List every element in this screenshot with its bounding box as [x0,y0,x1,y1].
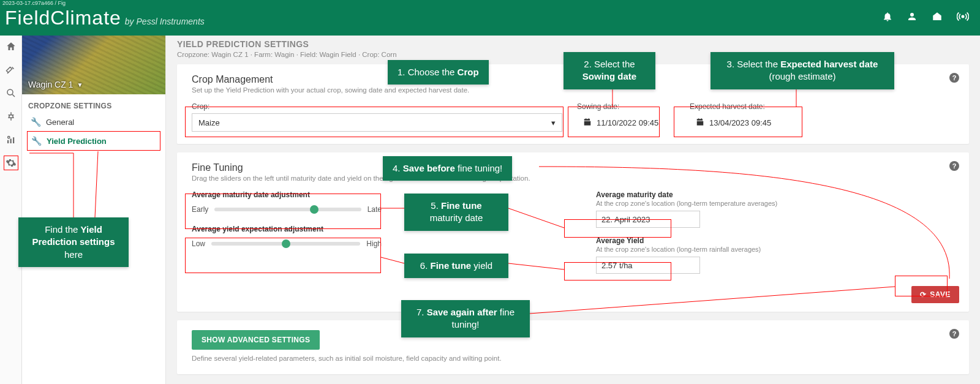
svg-point-0 [962,15,963,17]
crop-value: Maize [198,118,220,127]
save-button[interactable]: ⟳ SAVE [911,286,959,303]
harvest-date-input[interactable]: 13/04/2023 09:45 [690,113,800,132]
sidenav-label: Yield Prediction [47,137,107,146]
gear-icon[interactable] [4,156,18,170]
page-title: YIELD PREDICTION SETTINGS [177,39,969,49]
left-section-title: CROPZONE SETTINGS [22,94,165,113]
adv-desc: Define several yield-related parameters,… [192,355,954,362]
chart-icon[interactable] [4,132,18,147]
crop-select[interactable]: Maize ▾ [192,113,562,132]
build-tag: 2023-03-17.c97a466 / Fig [2,0,66,6]
broadcast-icon[interactable] [957,10,969,26]
sowing-value: 11/10/2022 09:45 [597,118,658,127]
svg-point-1 [7,89,13,95]
help-icon[interactable]: ? [949,161,959,171]
slider2-high: High [366,239,382,248]
calendar-icon [696,118,704,128]
wrench-icon: 🔧 [31,136,42,146]
callout-1: 1. Choose the Crop [388,60,489,85]
callout-7: 7. Save again after fine tuning! [401,300,530,337]
bell-icon[interactable] [882,11,893,25]
top-bar: 2023-03-17.c97a466 / Fig FieldClimate by… [0,0,980,36]
crop-label: Crop: [192,102,562,111]
callout-4: 4. Save before fine tuning! [383,156,512,181]
svg-rect-5 [13,137,14,143]
slider-yield[interactable] [211,242,360,246]
side-nav: 🔧 General 🔧 Yield Prediction [22,113,165,151]
slider2-low: Low [192,239,205,248]
topbar-right [882,10,969,26]
out1-title: Average maturity date [596,190,954,199]
out2-sub: At the crop zone's location (long-term r… [596,246,954,253]
callout-2: 2. Select the Sowing date [564,52,655,89]
home-icon[interactable] [4,39,18,54]
slider1-low: Early [192,205,208,214]
refresh-icon: ⟳ [920,290,927,299]
cropzone-thumbnail[interactable]: Wagin CZ 1 ▼ [22,36,165,94]
help-icon[interactable]: ? [949,329,959,339]
search-icon[interactable] [4,86,18,100]
left-panel: Wagin CZ 1 ▼ CROPZONE SETTINGS 🔧 General… [22,36,166,384]
slider-maturity[interactable] [214,208,361,211]
save-label: SAVE [930,290,951,299]
sidenav-yield-prediction[interactable]: 🔧 Yield Prediction [27,131,160,151]
chevron-down-icon: ▼ [77,81,83,88]
chevron-down-icon: ▾ [551,118,556,127]
callout-6: 6. Fine tune yield [404,254,508,278]
callout-find: Find the Yield Prediction settings here [18,217,129,267]
wrench-icon: 🔧 [31,117,41,127]
slider1-title: Average maturity date adjustment [192,190,382,199]
slider2-title: Average yield expectation adjustment [192,225,382,233]
callout-3: 3. Select the Expected harvest date (rou… [710,52,894,89]
callout-5: 5. Fine tune maturity date [404,194,508,231]
out2-field: 2.57 t/ha [596,257,700,274]
sidenav-label: General [46,118,74,127]
card-fine-tuning: ? Fine Tuning Drag the sliders on the le… [177,152,969,312]
barn-icon[interactable] [931,11,943,25]
logo: FieldClimate by Pessl Instruments [5,7,205,29]
sowing-label: Sowing date: [577,102,675,111]
logo-byline: by Pessl Instruments [125,17,205,26]
show-advanced-button[interactable]: SHOW ADVANCED SETTINGS [192,330,320,350]
harvest-label: Expected harvest date: [690,102,812,111]
user-icon[interactable] [907,11,918,25]
svg-rect-3 [7,140,9,143]
slider1-high: Late [368,205,382,214]
card-desc: Drag the sliders on the left until matur… [192,175,954,182]
card-title: Fine Tuning [192,162,954,173]
out1-field: 22. April 2023 [596,211,700,228]
icon-rail [0,36,22,384]
help-icon[interactable]: ? [949,73,959,83]
calendar-icon [583,118,592,128]
out1-sub: At the crop zone's location (long-term t… [596,200,954,207]
sowing-date-input[interactable]: 11/10/2022 09:45 [577,113,675,132]
sat-icon[interactable] [4,62,18,77]
cropzone-name: Wagin CZ 1 [28,80,73,89]
card-advanced: ? SHOW ADVANCED SETTINGS Define several … [177,320,969,374]
out2-title: Average Yield [596,236,954,245]
logo-text: FieldClimate [5,7,121,29]
svg-rect-4 [10,139,11,144]
sidenav-general[interactable]: 🔧 General [27,113,160,131]
svg-point-2 [7,137,9,138]
cropzone-name-select[interactable]: Wagin CZ 1 ▼ [28,80,83,89]
harvest-value: 13/04/2023 09:45 [709,118,771,127]
pushpin-icon[interactable] [4,109,18,124]
